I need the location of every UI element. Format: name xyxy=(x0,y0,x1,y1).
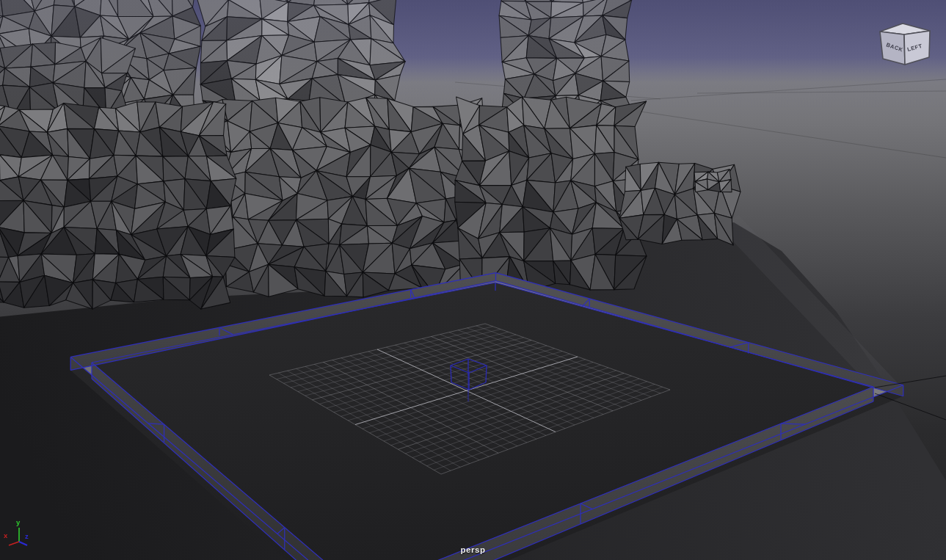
scene-canvas[interactable] xyxy=(0,0,946,560)
viewport-3d[interactable]: BACK LEFT x y z persp xyxy=(0,0,946,560)
axis-gizmo: x y z xyxy=(0,514,44,558)
x-axis-line xyxy=(9,542,19,545)
y-axis-label: y xyxy=(16,518,21,526)
z-axis-line xyxy=(19,542,27,545)
camera-name-label: persp xyxy=(461,545,486,554)
z-axis-label: z xyxy=(25,532,29,540)
view-cube[interactable]: BACK LEFT xyxy=(878,19,935,70)
x-axis-label: x xyxy=(4,531,8,539)
